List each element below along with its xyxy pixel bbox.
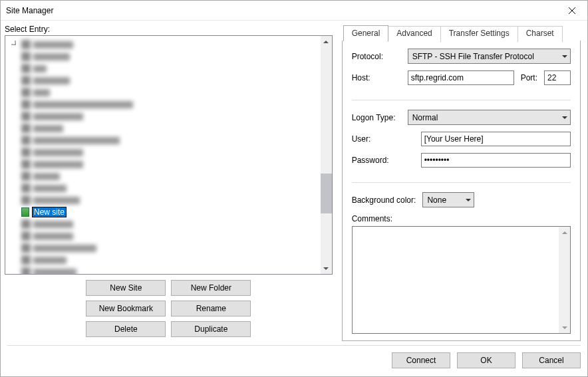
left-pane: Select Entry: bbox=[5, 25, 333, 341]
tree-item[interactable] bbox=[5, 254, 321, 266]
background-color-select[interactable]: None bbox=[422, 192, 474, 207]
comments-textarea[interactable] bbox=[352, 226, 571, 334]
tabstrip: General Advanced Transfer Settings Chars… bbox=[342, 25, 581, 41]
tree-item[interactable] bbox=[5, 230, 321, 242]
delete-button[interactable]: Delete bbox=[86, 321, 166, 337]
cancel-button[interactable]: Cancel bbox=[522, 352, 581, 368]
scroll-up-icon[interactable] bbox=[321, 36, 332, 47]
tree-item[interactable] bbox=[5, 182, 321, 194]
password-input[interactable] bbox=[421, 153, 571, 168]
tree-scrollbar[interactable] bbox=[321, 36, 332, 274]
site-manager-window: Site Manager Select Entry: bbox=[0, 0, 588, 377]
tree-item[interactable] bbox=[5, 51, 321, 63]
separator bbox=[352, 100, 571, 100]
general-panel: Protocol: SFTP - SSH File Transfer Proto… bbox=[342, 41, 581, 341]
entry-buttons: New Site New Folder New Bookmark Rename … bbox=[5, 275, 333, 341]
logon-type-value: Normal bbox=[408, 113, 570, 122]
tree-item-new-site[interactable]: New site bbox=[5, 206, 321, 218]
scroll-up-icon[interactable] bbox=[559, 227, 570, 238]
tree-item[interactable] bbox=[5, 122, 321, 134]
user-label: User: bbox=[352, 134, 414, 144]
tree-item[interactable] bbox=[5, 218, 321, 230]
right-pane: General Advanced Transfer Settings Chars… bbox=[342, 25, 581, 341]
logon-type-select[interactable]: Normal bbox=[408, 110, 571, 125]
tree-item[interactable] bbox=[5, 266, 321, 274]
rename-button[interactable]: Rename bbox=[171, 301, 251, 316]
scroll-track[interactable] bbox=[321, 47, 332, 263]
tree-item[interactable] bbox=[5, 170, 321, 182]
chevron-down-icon bbox=[466, 199, 471, 201]
password-label: Password: bbox=[352, 156, 414, 165]
tree-item[interactable] bbox=[5, 146, 321, 158]
svg-marker-5 bbox=[562, 326, 567, 329]
svg-marker-4 bbox=[562, 231, 567, 234]
protocol-label: Protocol: bbox=[352, 52, 401, 61]
tree-item-edit[interactable]: New site bbox=[32, 207, 67, 217]
chevron-down-icon bbox=[562, 116, 567, 119]
close-button[interactable] bbox=[557, 1, 587, 21]
site-tree[interactable]: New site bbox=[5, 35, 333, 275]
connect-button[interactable]: Connect bbox=[392, 352, 450, 368]
new-bookmark-button[interactable]: New Bookmark bbox=[86, 301, 166, 316]
tab-transfer-settings[interactable]: Transfer Settings bbox=[440, 26, 518, 42]
scroll-down-icon[interactable] bbox=[559, 322, 570, 333]
separator bbox=[352, 182, 571, 183]
tab-advanced[interactable]: Advanced bbox=[388, 26, 440, 42]
tree-item[interactable] bbox=[5, 158, 321, 170]
port-input[interactable] bbox=[544, 70, 571, 85]
duplicate-button[interactable]: Duplicate bbox=[171, 321, 251, 337]
scroll-down-icon[interactable] bbox=[321, 263, 332, 274]
tab-charset[interactable]: Charset bbox=[517, 26, 563, 42]
logon-type-label: Logon Type: bbox=[352, 113, 401, 122]
new-site-button[interactable]: New Site bbox=[86, 280, 166, 296]
close-icon bbox=[569, 7, 575, 14]
port-label: Port: bbox=[521, 73, 537, 82]
server-icon bbox=[21, 207, 29, 217]
new-folder-button[interactable]: New Folder bbox=[171, 280, 251, 296]
tree-item[interactable] bbox=[5, 63, 321, 74]
comments-label: Comments: bbox=[352, 214, 571, 223]
ok-button[interactable]: OK bbox=[457, 352, 515, 368]
comments-scrollbar[interactable] bbox=[559, 227, 570, 333]
host-label: Host: bbox=[352, 73, 401, 82]
user-input[interactable] bbox=[421, 132, 571, 146]
protocol-value: SFTP - SSH File Transfer Protocol bbox=[408, 52, 570, 61]
tree-item[interactable] bbox=[5, 194, 321, 206]
tree-item[interactable] bbox=[5, 86, 321, 98]
tree-item[interactable] bbox=[5, 74, 321, 86]
host-input[interactable] bbox=[408, 70, 514, 85]
background-color-label: Background color: bbox=[352, 195, 416, 205]
select-entry-label: Select Entry: bbox=[5, 25, 333, 34]
dialog-footer: Connect OK Cancel bbox=[7, 345, 581, 376]
tree-item[interactable] bbox=[5, 98, 321, 110]
window-title: Site Manager bbox=[6, 6, 53, 15]
protocol-select[interactable]: SFTP - SSH File Transfer Protocol bbox=[408, 49, 571, 64]
tree-item[interactable] bbox=[5, 242, 321, 254]
svg-marker-2 bbox=[323, 41, 329, 43]
tree-item[interactable] bbox=[5, 110, 321, 122]
titlebar: Site Manager bbox=[1, 1, 587, 21]
scroll-thumb[interactable] bbox=[321, 174, 332, 213]
chevron-down-icon bbox=[562, 55, 567, 58]
svg-marker-3 bbox=[323, 267, 329, 270]
scroll-track[interactable] bbox=[559, 238, 570, 322]
tree-item[interactable] bbox=[5, 134, 321, 146]
tree-item[interactable] bbox=[5, 39, 321, 51]
tab-general[interactable]: General bbox=[343, 25, 389, 41]
